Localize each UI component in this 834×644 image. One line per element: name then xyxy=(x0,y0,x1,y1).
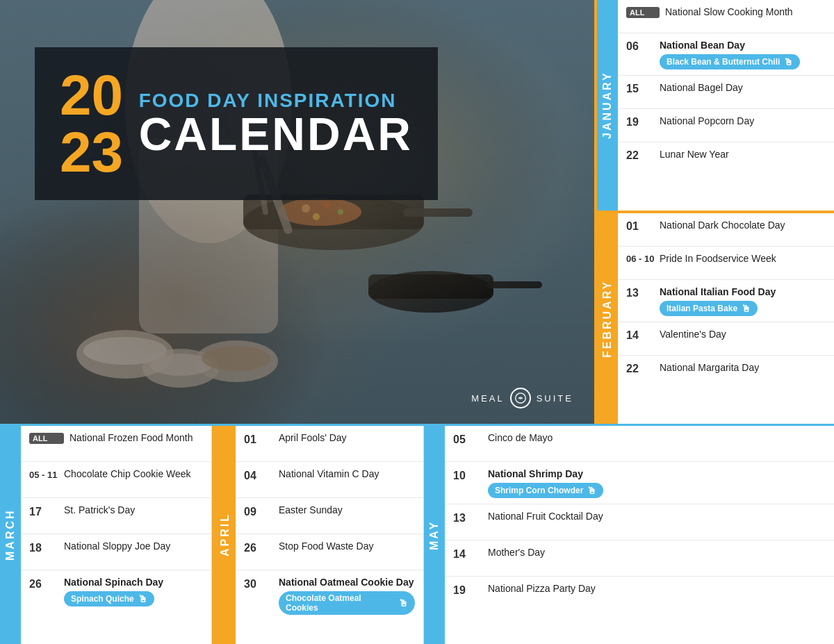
cursor-icon: 🖱 xyxy=(783,56,793,67)
main-title: CALENDAR xyxy=(139,111,413,157)
apr-title-01: April Fools' Day xyxy=(279,431,415,444)
feb-date-22: 22 xyxy=(626,361,660,375)
apr-entry-04: 04 National Vitamin C Day xyxy=(236,462,423,498)
may-entry-14: 14 Mother's Day xyxy=(445,540,834,577)
jan-date-all: ALL xyxy=(626,7,660,18)
apr-title-26: Stop Food Waste Day xyxy=(279,540,415,552)
may-label: MAY xyxy=(424,426,445,644)
apr-date-01: 01 xyxy=(244,431,279,446)
feb-date-01: 01 xyxy=(626,219,660,233)
mealsuite-logo: MEAL SUITE xyxy=(471,388,573,408)
feb-date-14: 14 xyxy=(626,328,660,342)
jan-title-all: National Slow Cooking Month xyxy=(665,6,826,18)
mar-date-0511: 05 - 11 xyxy=(29,468,64,480)
may-recipe-10[interactable]: Shrimp Corn Chowder 🖱 xyxy=(488,483,603,498)
february-section: FEBRUARY 01 National Dark Chocolate Day … xyxy=(597,213,834,424)
apr-recipe-30[interactable]: Chocolate Oatmeal Cookies 🖱 xyxy=(279,591,415,615)
may-entries: 05 Cinco de Mayo 10 National Shrimp Day … xyxy=(445,426,834,644)
mar-date-26: 26 xyxy=(29,576,64,591)
may-entry-10: 10 National Shrimp Day Shrimp Corn Chowd… xyxy=(445,462,834,504)
feb-date-13: 13 xyxy=(626,286,660,299)
mar-title-17: St. Patrick's Day xyxy=(64,504,203,516)
jan-entry-22: 22 Lunar New Year xyxy=(618,142,834,176)
mar-entry-all: ALL National Frozen Food Month xyxy=(21,426,211,462)
may-entry-13: 13 National Fruit Cocktail Day xyxy=(445,504,834,540)
may-title-13: National Fruit Cocktail Day xyxy=(488,510,826,522)
may-title-05: Cinco de Mayo xyxy=(488,431,826,444)
may-date-14: 14 xyxy=(453,546,488,561)
apr-entry-01: 01 April Fools' Day xyxy=(236,426,423,462)
apr-title-09: Easter Sunday xyxy=(279,504,415,516)
march-col: MARCH ALL National Frozen Food Month 05 … xyxy=(0,426,212,644)
may-entry-05: 05 Cinco de Mayo xyxy=(445,426,834,462)
right-calendar-panel: JANUARY ALL National Slow Cooking Month … xyxy=(594,0,834,424)
apr-date-09: 09 xyxy=(244,504,279,518)
mar-recipe-26[interactable]: Spinach Quiche 🖱 xyxy=(64,591,154,606)
feb-entry-0610: 06 - 10 Pride In Foodservice Week xyxy=(618,247,834,280)
mar-date-17: 17 xyxy=(29,504,64,518)
mar-entry-26: 26 National Spinach Day Spinach Quiche 🖱 xyxy=(21,570,211,612)
cursor-icon-apr: 🖱 xyxy=(398,597,408,609)
january-section: JANUARY ALL National Slow Cooking Month … xyxy=(597,0,834,210)
hero-image: 2023 FOOD DAY INSPIRATION CALENDAR MEAL … xyxy=(0,0,594,424)
title-box: 2023 FOOD DAY INSPIRATION CALENDAR xyxy=(35,47,438,200)
apr-title-30: National Oatmeal Cookie Day xyxy=(279,576,415,588)
may-title-14: Mother's Day xyxy=(488,546,826,559)
may-date-05: 05 xyxy=(453,431,488,446)
feb-entry-14: 14 Valentine's Day xyxy=(618,322,834,356)
mar-title-0511: Chocolate Chip Cookie Week xyxy=(64,468,203,480)
jan-title-22: Lunar New Year xyxy=(660,148,826,160)
jan-date-15: 15 xyxy=(626,81,660,95)
mar-entry-18: 18 National Sloppy Joe Day xyxy=(21,534,211,570)
january-entries: ALL National Slow Cooking Month 06 Natio… xyxy=(618,0,834,210)
logo-text-left: MEAL xyxy=(471,393,504,404)
jan-entry-06: 06 National Bean Day Black Bean & Butter… xyxy=(618,33,834,76)
feb-title-14: Valentine's Day xyxy=(660,328,826,340)
apr-entry-30: 30 National Oatmeal Cookie Day Chocolate… xyxy=(236,570,423,620)
cursor-icon-may: 🖱 xyxy=(587,485,596,496)
april-col: APRIL 01 April Fools' Day 04 National Vi… xyxy=(212,426,424,644)
jan-title-06: National Bean Day xyxy=(660,39,826,51)
jan-date-06: 06 xyxy=(626,39,660,53)
apr-date-04: 04 xyxy=(244,468,279,482)
mar-title-26: National Spinach Day xyxy=(64,576,203,588)
february-entries: 01 National Dark Chocolate Day 06 - 10 P… xyxy=(618,213,834,424)
may-title-19: National Pizza Party Day xyxy=(488,582,826,595)
mar-title-all: National Frozen Food Month xyxy=(70,431,203,444)
jan-date-22: 22 xyxy=(626,148,660,162)
feb-title-01: National Dark Chocolate Day xyxy=(660,219,826,231)
mar-date-all: ALL xyxy=(29,433,64,444)
logo-text-right: SUITE xyxy=(537,393,573,404)
may-date-19: 19 xyxy=(453,582,488,597)
bottom-row: MARCH ALL National Frozen Food Month 05 … xyxy=(0,424,834,644)
feb-title-13: National Italian Food Day xyxy=(660,286,826,298)
cursor-icon-mar: 🖱 xyxy=(138,593,147,604)
mar-entry-17: 17 St. Patrick's Day xyxy=(21,498,211,534)
apr-date-30: 30 xyxy=(244,576,279,591)
feb-entry-01: 01 National Dark Chocolate Day xyxy=(618,213,834,247)
feb-title-0610: Pride In Foodservice Week xyxy=(660,252,826,265)
jan-entry-all: ALL National Slow Cooking Month xyxy=(618,0,834,33)
jan-date-19: 19 xyxy=(626,115,660,129)
jan-title-19: National Popcorn Day xyxy=(660,115,826,127)
mar-title-18: National Sloppy Joe Day xyxy=(64,540,203,552)
mar-date-18: 18 xyxy=(29,540,64,554)
may-title-10: National Shrimp Day xyxy=(488,468,826,480)
march-entries: ALL National Frozen Food Month 05 - 11 C… xyxy=(21,426,211,644)
apr-entry-26: 26 Stop Food Waste Day xyxy=(236,534,423,570)
logo-icon xyxy=(510,388,531,408)
feb-entry-13: 13 National Italian Food Day Italian Pas… xyxy=(618,280,834,322)
feb-entry-22: 22 National Margarita Day xyxy=(618,356,834,389)
february-label: FEBRUARY xyxy=(597,213,618,424)
jan-entry-19: 19 National Popcorn Day xyxy=(618,109,834,142)
jan-title-15: National Bagel Day xyxy=(660,81,826,94)
feb-date-0610: 06 - 10 xyxy=(626,252,660,264)
apr-entry-09: 09 Easter Sunday xyxy=(236,498,423,534)
feb-recipe-13[interactable]: Italian Pasta Bake 🖱 xyxy=(660,301,758,316)
may-date-13: 13 xyxy=(453,510,488,525)
jan-entry-15: 15 National Bagel Day xyxy=(618,76,834,109)
cursor-icon-feb: 🖱 xyxy=(741,303,751,314)
march-label: MARCH xyxy=(0,426,21,644)
january-label: JANUARY xyxy=(597,0,618,210)
jan-recipe-06[interactable]: Black Bean & Butternut Chili 🖱 xyxy=(660,54,800,69)
